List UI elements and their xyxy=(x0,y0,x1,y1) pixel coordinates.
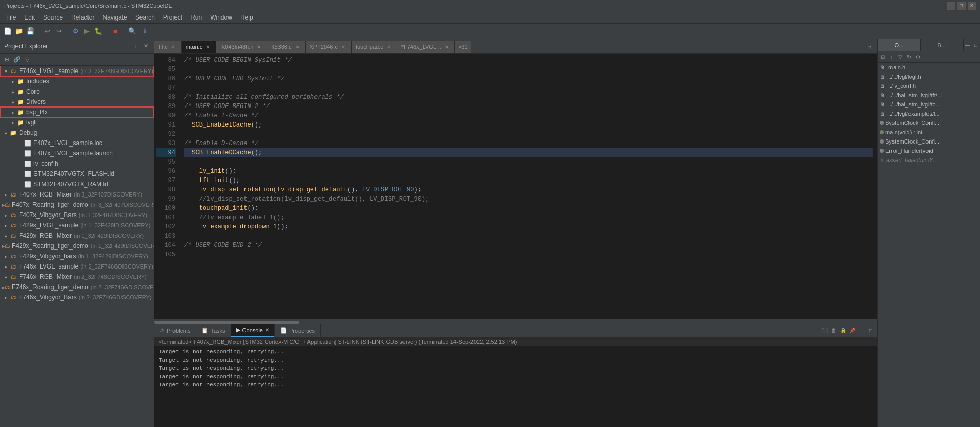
tree-item-f407x-vibgyor[interactable]: ▸ 🗂 F407x_Vibgyor_Bars (in 3_32F407DISCO… xyxy=(0,210,154,220)
tab-tft-c[interactable]: tft.c ✕ xyxy=(154,41,182,53)
menu-edit[interactable]: Edit xyxy=(20,13,39,22)
tree-item-f407x-launch[interactable]: ▸ ⬜ F407x_LVGL_sample.launch xyxy=(0,148,154,158)
outline-item-sysclock-config2[interactable]: SystemClock_Confi... xyxy=(878,137,980,146)
outline-filter-btn[interactable]: ▽ xyxy=(896,53,904,61)
tree-item-f746x-lvgl2[interactable]: ▸ 🗂 F746x_LVGL_sample (in 2_32F746GDISCO… xyxy=(0,261,154,272)
menu-source[interactable]: Source xyxy=(39,13,67,22)
tab-minimize-btn[interactable]: — xyxy=(851,42,863,53)
exp-filter-btn[interactable]: ▽ xyxy=(23,55,32,64)
tree-item-f407x-roaring[interactable]: ▸ 🗂 F407x_Roaring_tiger_demo (in 3_32F40… xyxy=(0,200,154,210)
outline-item-lvgl-ex[interactable]: 🗎 ../../lvgl/examples/l... xyxy=(878,109,980,118)
tab-touchpad[interactable]: touchpad.c ✕ xyxy=(352,41,397,53)
outline-item-sysclock-config[interactable]: SystemClock_Confi... xyxy=(878,118,980,128)
tab-console[interactable]: ▶ Console ✕ xyxy=(231,324,275,337)
console-scroll-lock-btn[interactable]: 🔒 xyxy=(839,326,847,334)
outline-sort-btn[interactable]: ↕ xyxy=(887,53,896,61)
toolbar-run-btn[interactable]: ▶ xyxy=(81,26,93,37)
console-clear-btn[interactable]: 🗑 xyxy=(830,326,838,334)
tab-close-touchpad[interactable]: ✕ xyxy=(386,43,393,50)
menu-refactor[interactable]: Refactor xyxy=(67,13,98,22)
code-scrollbar[interactable] xyxy=(154,319,877,324)
tree-item-flash-ld[interactable]: ▸ ⬜ STM32F407VGTX_FLASH.ld xyxy=(0,169,154,179)
tree-item-f746x-lvgl[interactable]: ▾ 🗂 F746x_LVGL_sample (in 2_32F746GDISCO… xyxy=(0,66,154,76)
tree-item-debug[interactable]: ▸ 📁 Debug xyxy=(0,128,154,138)
menu-project[interactable]: Project xyxy=(159,13,186,22)
tab-close-f746x-lvgl[interactable]: ✕ xyxy=(443,43,450,50)
toolbar-undo-btn[interactable]: ↩ xyxy=(42,26,53,37)
outline-item-error-handler[interactable]: Error_Handler(void xyxy=(878,146,980,155)
right-panel-maximize-btn[interactable]: □ xyxy=(972,41,980,49)
outline-item-hal-to[interactable]: 🗎 ../../hal_stm_lvgl/to... xyxy=(878,100,980,109)
outline-item-main[interactable]: main(void) : int xyxy=(878,128,980,137)
tree-item-f429x-rgb[interactable]: ▸ 🗂 F429x_RGB_Mixer (in 1_32F429IDISCOVE… xyxy=(0,230,154,241)
tree-item-drivers[interactable]: ▸ 📁 Drivers xyxy=(0,97,154,107)
toolbar-new-btn[interactable]: 📄 xyxy=(2,26,13,37)
console-maximize-btn[interactable]: □ xyxy=(867,326,875,334)
outline-item-lvgl-h[interactable]: 🗎 ../../lvgl/lvgl.h xyxy=(878,72,980,81)
tab-f746x-lvgl[interactable]: *F746x_LVGL... ✕ xyxy=(397,41,455,53)
menu-navigate[interactable]: Navigate xyxy=(98,13,131,22)
console-minimize-btn[interactable]: — xyxy=(857,326,866,334)
tab-ft5336[interactable]: ft5336.c ✕ xyxy=(267,41,305,53)
panel-close-btn[interactable]: ✕ xyxy=(142,42,150,50)
tab-close-rk043fn48h[interactable]: ✕ xyxy=(255,43,262,50)
tree-item-bsp-f4x[interactable]: ▸ 📁 bsp_f4x xyxy=(0,107,154,117)
right-panel-minimize-btn[interactable]: — xyxy=(964,41,972,49)
tree-item-f429x-roaring[interactable]: ▸ 🗂 F429x_Roaring_tiger_demo (in 1_32F42… xyxy=(0,241,154,251)
toolbar-stop-btn[interactable]: ■ xyxy=(110,26,121,37)
menu-search[interactable]: Search xyxy=(131,13,159,22)
tab-overflow[interactable]: »31 xyxy=(455,41,470,53)
menu-run[interactable]: Run xyxy=(186,13,206,22)
outline-item-hal-tft[interactable]: 🗎 ../../hal_stm_lvgl/tft/... xyxy=(878,91,980,100)
panel-minimize-btn[interactable]: — xyxy=(125,42,133,50)
console-close-btn[interactable]: ✕ xyxy=(265,327,269,333)
toolbar-debug-btn[interactable]: 🐛 xyxy=(93,26,104,37)
close-button[interactable]: ✕ xyxy=(968,2,976,10)
toolbar-build-btn[interactable]: ⚙ xyxy=(70,26,81,37)
tab-close-tft-c[interactable]: ✕ xyxy=(170,43,177,50)
tab-xpt2046[interactable]: XPT2046.c ✕ xyxy=(306,41,352,53)
tab-main-c[interactable]: main.c ✕ xyxy=(182,41,216,53)
tree-item-f746x-vibgyor[interactable]: ▸ 🗂 F746x_Vibgyor_Bars (in 2_32F746GDISC… xyxy=(0,292,154,303)
toolbar-save-btn[interactable]: 💾 xyxy=(25,26,36,37)
tab-rk043fn48h[interactable]: rk043fn48h.h ✕ xyxy=(216,41,267,53)
code-editor[interactable]: /* USER CODE BEGIN SysInit */ /* USER CO… xyxy=(180,54,877,319)
tab-tasks[interactable]: 📋 Tasks xyxy=(196,324,231,337)
console-pin-btn[interactable]: 📌 xyxy=(848,326,856,334)
tree-item-f407x-ioc[interactable]: ▸ ⬜ F407x_LVGL_sample.ioc xyxy=(0,138,154,148)
tab-close-xpt2046[interactable]: ✕ xyxy=(340,43,347,50)
tree-item-f429x-vibgyor[interactable]: ▸ 🗂 F429x_Vibgyor_bars (in 1_32F429IDISC… xyxy=(0,251,154,261)
outline-refresh-btn[interactable]: ↻ xyxy=(905,53,913,61)
outline-item-main-h[interactable]: 🗎 main.h xyxy=(878,63,980,72)
maximize-button[interactable]: □ xyxy=(957,2,966,10)
tree-item-f407x-rgb[interactable]: ▸ 🗂 F407x_RGB_Mixer (in 3_32F407DISCOVER… xyxy=(0,189,154,200)
panel-maximize-btn[interactable]: □ xyxy=(133,42,142,50)
toolbar-info-btn[interactable]: ℹ xyxy=(139,26,150,37)
tree-item-f429x-lvgl[interactable]: ▸ 🗂 F429x_LVGL_sample (in 1_32F429IDISCO… xyxy=(0,220,154,230)
menu-window[interactable]: Window xyxy=(206,13,236,22)
tree-item-f746x-roaring[interactable]: ▸ 🗂 F746x_Roaring_tiger_demo (in 2_32F74… xyxy=(0,282,154,292)
tree-item-lvgl[interactable]: ▸ 📁 lvgl xyxy=(0,117,154,128)
tree-item-includes[interactable]: ▸ 📁 Includes xyxy=(0,76,154,86)
right-tab-outline[interactable]: O... xyxy=(878,39,921,51)
outline-settings-btn[interactable]: ⚙ xyxy=(914,53,922,61)
tree-item-lv-conf[interactable]: ▸ ⬜ lv_conf.h xyxy=(0,158,154,169)
toolbar-redo-btn[interactable]: ↪ xyxy=(53,26,64,37)
menu-help[interactable]: Help xyxy=(236,13,257,22)
outline-item-lv-conf-h[interactable]: 🗎 ../lv_conf.h xyxy=(878,81,980,91)
exp-link-btn[interactable]: 🔗 xyxy=(12,55,22,64)
console-stop-btn[interactable]: ⬛ xyxy=(820,326,829,334)
outline-collapse-btn[interactable]: ⊟ xyxy=(879,53,887,61)
outline-item-assert-failed[interactable]: ✎ assert_failed(uint8... xyxy=(878,155,980,165)
menu-file[interactable]: File xyxy=(2,13,20,22)
tree-item-ram-ld[interactable]: ▸ ⬜ STM32F407VGTX_RAM.ld xyxy=(0,179,154,189)
tab-close-main-c[interactable]: ✕ xyxy=(204,43,212,50)
tab-properties[interactable]: 📄 Properties xyxy=(275,324,321,337)
toolbar-search-btn[interactable]: 🔍 xyxy=(127,26,138,37)
tab-maximize-btn[interactable]: □ xyxy=(864,42,875,53)
tree-item-f746x-rgb[interactable]: ▸ 🗂 F746x_RGB_Mixer (in 2_32F746GDISCOVE… xyxy=(0,272,154,282)
tab-problems[interactable]: ⚠ Problems xyxy=(154,324,196,337)
scroll-thumb[interactable] xyxy=(154,321,299,324)
tab-close-ft5336[interactable]: ✕ xyxy=(294,43,301,50)
exp-collapse-all-btn[interactable]: ⊟ xyxy=(2,55,11,64)
